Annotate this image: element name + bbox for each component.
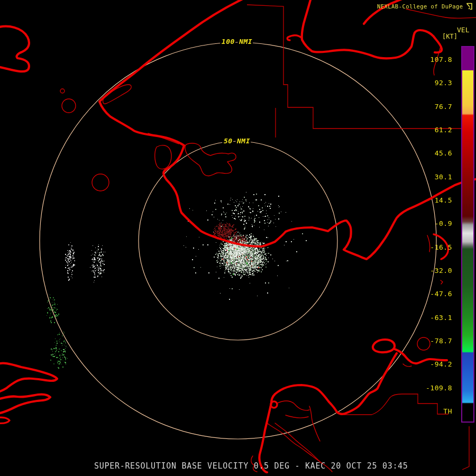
colorbar-tick-label: -32.0 bbox=[402, 267, 452, 274]
radar-display: 100 NMI 50 NMI NEXLAB-College of DuPage … bbox=[0, 0, 476, 476]
colorbar-tick-label: 107.8 bbox=[402, 56, 452, 63]
colorbar-tick-label: 61.2 bbox=[402, 126, 452, 134]
coastline-bay-diagonal bbox=[337, 353, 397, 414]
peninsula-bottom-left bbox=[0, 363, 57, 392]
field-label: VEL bbox=[457, 26, 469, 34]
colorbar-tick-label: 30.1 bbox=[402, 173, 452, 181]
colorbar-tick-label: 92.3 bbox=[402, 79, 452, 87]
colorbar-tick-label: -63.1 bbox=[402, 314, 452, 322]
colorbar-tick-label: 14.5 bbox=[402, 196, 452, 204]
colorbar-tick-label: -0.9 bbox=[402, 219, 452, 227]
colorbar-tick-label: -94.2 bbox=[402, 360, 452, 368]
colorbar-tick-label: 76.7 bbox=[402, 103, 452, 111]
dupage-logo-icon bbox=[466, 3, 473, 10]
colorbar-tick-label: -47.6 bbox=[402, 290, 452, 298]
product-caption: SUPER-RESOLUTION BASE VELOCITY 0.5 DEG -… bbox=[94, 461, 408, 471]
island-bottom-right bbox=[373, 340, 395, 352]
ring-label-50nmi: 50 NMI bbox=[224, 137, 250, 145]
colorbar-tick-label: TH bbox=[402, 407, 452, 415]
colorbar-tick-label: -109.8 bbox=[402, 384, 452, 392]
ring-label-100nmi: 100 NMI bbox=[222, 38, 252, 45]
coastline-top-left bbox=[0, 26, 29, 71]
velocity-colorbar bbox=[461, 46, 474, 423]
colorbar-tick-labels: 107.892.376.761.245.630.114.5-0.9-16.5-3… bbox=[402, 0, 452, 476]
colorbar-tick-label: -16.5 bbox=[402, 243, 452, 251]
colorbar-tick-label: -78.7 bbox=[402, 337, 452, 345]
lake-outline bbox=[259, 385, 337, 472]
colorbar-tick-label: 45.6 bbox=[402, 149, 452, 157]
ring-50nmi bbox=[139, 141, 337, 340]
